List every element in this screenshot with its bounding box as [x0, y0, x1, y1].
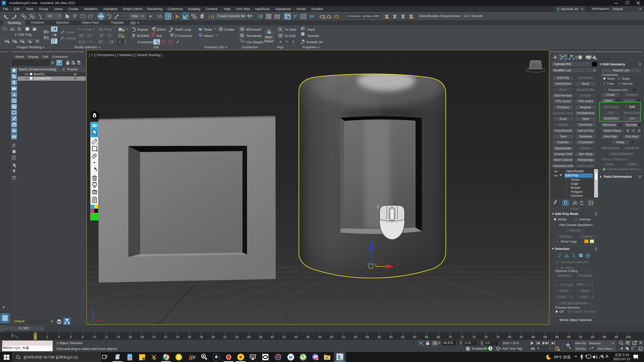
svg-text:QSlice: QSlice [156, 28, 166, 31]
svg-text:x: x [102, 320, 103, 323]
svg-text:34: 34 [235, 335, 238, 339]
svg-text:Grow: Grow [66, 30, 74, 34]
svg-text:88: 88 [555, 335, 559, 339]
svg-text:z: z [92, 307, 93, 310]
svg-text:76: 76 [484, 335, 488, 339]
svg-text:32: 32 [223, 335, 227, 339]
svg-text:28: 28 [199, 335, 203, 339]
svg-text:100: 100 [626, 335, 631, 339]
svg-text:40: 40 [271, 335, 274, 339]
svg-text:Shrink: Shrink [66, 36, 76, 40]
svg-text:1: 1 [119, 40, 121, 44]
svg-text:14: 14 [116, 335, 120, 339]
svg-text:Smooth: Smooth [307, 34, 319, 38]
svg-text:96: 96 [603, 335, 606, 339]
svg-text:Z: Z [292, 40, 294, 44]
svg-text:24: 24 [176, 335, 179, 339]
svg-text:22: 22 [164, 335, 168, 339]
svg-text:94: 94 [591, 335, 594, 339]
svg-text:56: 56 [366, 335, 369, 339]
svg-text:Attach: Attach [204, 34, 213, 38]
svg-text:38: 38 [259, 335, 262, 339]
svg-text:92: 92 [579, 335, 582, 339]
svg-text:To View: To View [285, 28, 296, 31]
svg-text:{: { [209, 15, 210, 19]
svg-text:54: 54 [354, 335, 357, 339]
svg-text:4: 4 [58, 335, 60, 339]
svg-text:Planar: Planar [264, 39, 273, 43]
svg-text:Relax: Relax [204, 28, 213, 31]
svg-text:64: 64 [413, 335, 417, 339]
svg-text:86: 86 [543, 335, 547, 339]
svg-text:2: 2 [46, 335, 48, 339]
svg-text:6: 6 [70, 335, 72, 339]
svg-text:X: X [279, 40, 281, 44]
svg-text:60: 60 [389, 335, 393, 339]
svg-text:FRONT: FRONT [532, 65, 539, 67]
svg-text:Loop: Loop [84, 27, 91, 31]
svg-text:Constraints:: Constraints: [137, 40, 155, 44]
svg-text:Y: Y [286, 40, 288, 44]
svg-text:46: 46 [306, 335, 310, 339]
svg-text:18: 18 [140, 335, 144, 339]
svg-text:44: 44 [294, 335, 298, 339]
svg-text:84: 84 [532, 335, 535, 339]
svg-text:2: Edit Poly: 2: Edit Poly [15, 33, 32, 36]
svg-text:70: 70 [449, 335, 452, 339]
svg-text:90: 90 [567, 335, 571, 339]
svg-text:y: y [88, 322, 89, 324]
svg-text:10: 10 [93, 335, 96, 339]
svg-text:P Connect: P Connect [175, 34, 191, 38]
svg-text:52: 52 [342, 335, 345, 339]
svg-text:72: 72 [460, 335, 464, 339]
svg-text:98: 98 [615, 335, 618, 339]
svg-text:30: 30 [301, 42, 303, 44]
svg-text:68: 68 [437, 335, 440, 339]
svg-text:50: 50 [330, 335, 334, 339]
svg-text:48: 48 [318, 335, 321, 339]
svg-text:x: x [396, 263, 398, 266]
svg-text:82: 82 [520, 335, 523, 339]
svg-text:30: 30 [211, 335, 215, 339]
svg-text:74: 74 [472, 335, 476, 339]
svg-text:Make: Make [265, 35, 273, 39]
svg-text:8: 8 [82, 335, 84, 339]
svg-text:Tessellate: Tessellate [246, 34, 261, 38]
svg-text:Smooth 30: Smooth 30 [306, 40, 323, 44]
svg-text:58: 58 [377, 335, 381, 339]
svg-text:12: 12 [105, 335, 108, 339]
svg-text:To Grid: To Grid [285, 34, 296, 38]
svg-text:42: 42 [283, 335, 286, 339]
svg-text:Ring: Ring [105, 27, 112, 31]
svg-text:16: 16 [128, 335, 132, 339]
svg-text:78: 78 [496, 335, 500, 339]
svg-text:26: 26 [188, 335, 191, 339]
svg-text:}: } [213, 15, 214, 19]
svg-text:Swift Loop: Swift Loop [175, 28, 191, 31]
svg-text:0: 0 [34, 335, 36, 339]
svg-text:Cut: Cut [156, 34, 162, 38]
svg-text:62: 62 [401, 335, 405, 339]
svg-text:Hard: Hard [307, 28, 315, 31]
svg-text:66: 66 [425, 335, 428, 339]
svg-text:NURMS: NURMS [137, 34, 149, 38]
svg-text:Repeat: Repeat [137, 28, 148, 31]
svg-text:80: 80 [508, 335, 511, 339]
svg-text:36: 36 [247, 335, 251, 339]
svg-text:20: 20 [152, 335, 155, 339]
svg-text:MSmooth: MSmooth [246, 28, 261, 31]
svg-text:Create: Create [224, 28, 234, 31]
